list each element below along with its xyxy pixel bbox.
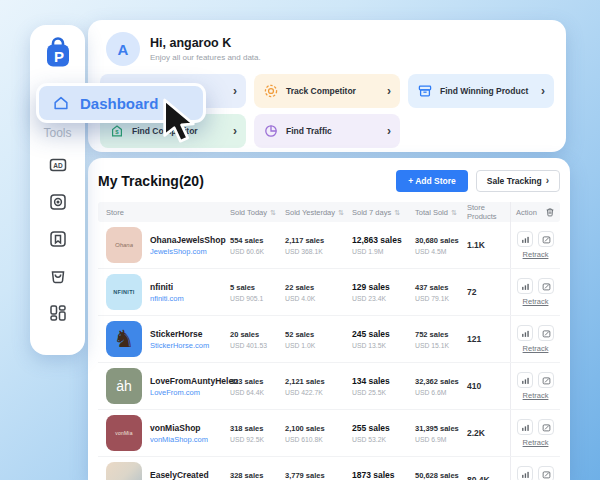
store-products-value: 410	[467, 381, 510, 391]
sold-7-days-usd: USD 1.9M	[352, 248, 415, 255]
sort-icon[interactable]: ⇅	[270, 209, 276, 216]
chart-action-button[interactable]	[517, 372, 533, 388]
store-domain-link[interactable]: JewelsShop.com	[150, 247, 226, 256]
store-logo: ȧh	[106, 368, 142, 404]
sold-today-usd: USD 60.6K	[230, 248, 285, 255]
chevron-right-icon: ›	[387, 125, 391, 137]
retrack-link[interactable]: Retrack	[523, 297, 549, 306]
trash-icon[interactable]	[545, 207, 555, 217]
sidebar-item-saved[interactable]	[48, 229, 68, 249]
store-domain-link[interactable]: LoveFrom.com	[150, 388, 230, 397]
sort-icon[interactable]: ⇅	[394, 209, 400, 216]
store-logo: ♞	[106, 321, 142, 357]
edit-action-button[interactable]	[538, 278, 554, 294]
sidebar-item-ads[interactable]: AD	[48, 155, 68, 175]
app-logo[interactable]: P	[42, 36, 74, 70]
svg-text:AD: AD	[53, 162, 63, 169]
edit-action-button[interactable]	[538, 325, 554, 341]
chart-action-button[interactable]	[517, 231, 533, 247]
store-name: EaselyCreated	[150, 470, 215, 480]
chevron-right-icon: ›	[541, 85, 545, 97]
sidebar: P Tools AD	[30, 25, 85, 355]
store-products-value: 80.4K	[467, 475, 510, 480]
chart-action-button[interactable]	[517, 278, 533, 294]
edit-action-button[interactable]	[538, 372, 554, 388]
column-sold-yesterday[interactable]: Sold Yesterday⇅	[285, 208, 352, 217]
svg-text:$: $	[115, 129, 119, 135]
edit-action-button[interactable]	[538, 419, 554, 435]
store-domain-link[interactable]: vonMiaShop.com	[150, 435, 208, 444]
table-row: Ohana OhanaJewelsShop JewelsShop.com 554…	[98, 222, 560, 269]
sold-7-days-value: 245 sales	[352, 329, 415, 339]
sale-tracking-button[interactable]: Sale Tracking ›	[476, 170, 560, 192]
sold-yesterday-usd: USD 4.0K	[285, 295, 352, 302]
sold-today-value: 323 sales	[230, 377, 285, 386]
sold-yesterday-value: 2,100 sales	[285, 424, 352, 433]
chart-action-button[interactable]	[517, 325, 533, 341]
add-store-button[interactable]: + Add Store	[396, 170, 468, 192]
table-row: ȧh LoveFromAuntyHelen LoveFrom.com 323 s…	[98, 363, 560, 410]
table-row: EaselyCreated EaselyCreated.com 328 sale…	[98, 457, 560, 480]
total-sold-usd: USD 79.1K	[415, 295, 467, 302]
table-header: Store Sold Today⇅ Sold Yesterday⇅ Sold 7…	[98, 202, 560, 222]
mouse-cursor	[157, 97, 203, 147]
total-sold-value: 50,628 sales	[415, 471, 467, 480]
store-logo-text: NFINITI	[113, 289, 134, 295]
sold-yesterday-usd: USD 368.1K	[285, 248, 352, 255]
sold-today-usd: USD 401.53	[230, 342, 285, 349]
sold-7-days-usd: USD 53.2K	[352, 436, 415, 443]
column-total-sold[interactable]: Total Sold⇅	[415, 208, 467, 217]
retrack-link[interactable]: Retrack	[523, 344, 549, 353]
sidebar-item-apps[interactable]	[48, 303, 68, 323]
total-sold-usd: USD 6.6M	[415, 389, 467, 396]
store-name: OhanaJewelsShop	[150, 235, 226, 245]
retrack-link[interactable]: Retrack	[523, 250, 549, 259]
store-domain-link[interactable]: StickerHorse.com	[150, 341, 209, 350]
column-store-products: Store Products	[467, 203, 510, 221]
apps-grid-icon	[48, 303, 68, 323]
chevron-right-icon: ›	[233, 125, 237, 137]
card-find-winning-product[interactable]: Find Winning Product ›	[408, 74, 554, 108]
chart-icon	[521, 423, 530, 432]
chart-icon	[521, 470, 530, 479]
chart-action-button[interactable]	[517, 419, 533, 435]
sold-7-days-value: 12,863 sales	[352, 235, 415, 245]
avatar-initial: A	[118, 41, 129, 58]
my-tracking-panel: My Tracking(20) + Add Store Sale Trackin…	[88, 158, 570, 480]
sold-7-days-usd: USD 25.5K	[352, 389, 415, 396]
column-sold-today[interactable]: Sold Today⇅	[230, 208, 285, 217]
card-track-competitor[interactable]: Track Competitor ›	[254, 74, 400, 108]
sold-yesterday-usd: USD 610.8K	[285, 436, 352, 443]
card-find-traffic[interactable]: Find Traffic ›	[254, 114, 400, 148]
sold-yesterday-value: 52 sales	[285, 330, 352, 339]
sold-7-days-value: 134 sales	[352, 376, 415, 386]
total-sold-usd: USD 4.5M	[415, 248, 467, 255]
sold-yesterday-value: 2,117 sales	[285, 236, 352, 245]
store-logo-text: ȧh	[116, 378, 132, 394]
edit-icon	[542, 423, 551, 432]
greeting-subtitle: Enjoy all our features and data.	[150, 53, 261, 62]
sold-today-usd: USD 905.1	[230, 295, 285, 302]
sold-7-days-value: 129 sales	[352, 282, 415, 292]
sidebar-item-stores[interactable]	[48, 266, 68, 286]
store-products-value: 121	[467, 334, 510, 344]
sort-icon[interactable]: ⇅	[338, 209, 344, 216]
sidebar-item-products[interactable]	[48, 192, 68, 212]
sort-icon[interactable]: ⇅	[451, 209, 457, 216]
retrack-link[interactable]: Retrack	[523, 438, 549, 447]
card-label: Track Competitor	[286, 86, 356, 96]
store-domain-link[interactable]: nfiniti.com	[150, 294, 184, 303]
store-logo: Ohana	[106, 227, 142, 263]
chevron-right-icon: ›	[387, 85, 391, 97]
store-name: LoveFromAuntyHelen	[150, 376, 230, 386]
logo-letter: P	[53, 48, 63, 65]
retrack-link[interactable]: Retrack	[523, 391, 549, 400]
sold-7-days-usd: USD 23.4K	[352, 295, 415, 302]
dashboard-menu-label: Dashboard	[80, 95, 158, 112]
edit-action-button[interactable]	[538, 466, 554, 480]
sold-7-days-value: 255 sales	[352, 423, 415, 433]
edit-action-button[interactable]	[538, 231, 554, 247]
column-sold-7-days[interactable]: Sold 7 days⇅	[352, 208, 415, 217]
total-sold-value: 752 sales	[415, 330, 467, 339]
chart-action-button[interactable]	[517, 466, 533, 480]
